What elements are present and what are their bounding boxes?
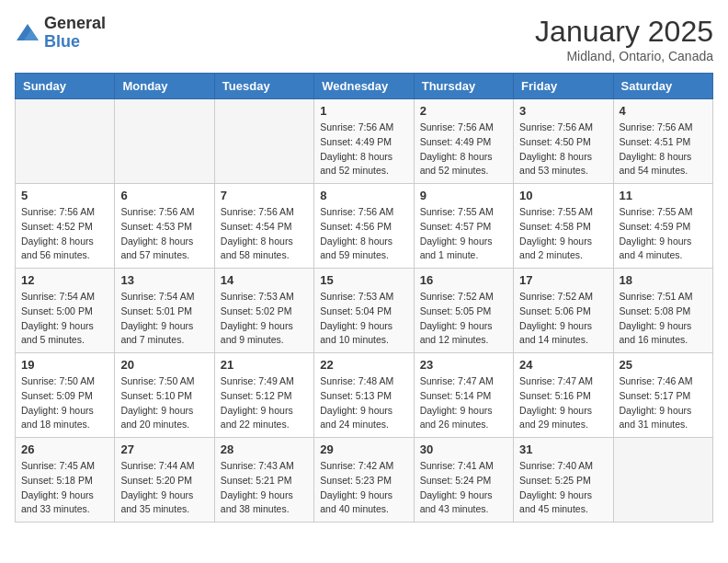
day-number: 7 bbox=[221, 189, 308, 202]
day-cell: 4Sunrise: 7:56 AMSunset: 4:51 PMDaylight… bbox=[613, 99, 712, 184]
day-info: Sunrise: 7:40 AMSunset: 5:25 PMDaylight:… bbox=[519, 459, 607, 517]
day-number: 21 bbox=[221, 358, 308, 372]
day-cell: 29Sunrise: 7:42 AMSunset: 5:23 PMDayligh… bbox=[314, 438, 414, 523]
day-cell bbox=[214, 99, 313, 184]
day-cell: 13Sunrise: 7:54 AMSunset: 5:01 PMDayligh… bbox=[115, 269, 214, 353]
day-info: Sunrise: 7:42 AMSunset: 5:23 PMDaylight:… bbox=[320, 459, 407, 517]
day-number: 31 bbox=[519, 442, 607, 456]
logo: General Blue bbox=[15, 15, 106, 52]
day-info: Sunrise: 7:56 AMSunset: 4:52 PMDaylight:… bbox=[21, 205, 108, 263]
day-info: Sunrise: 7:51 AMSunset: 5:08 PMDaylight:… bbox=[620, 290, 707, 348]
day-number: 1 bbox=[320, 104, 407, 118]
day-info: Sunrise: 7:56 AMSunset: 4:53 PMDaylight:… bbox=[120, 205, 208, 263]
day-info: Sunrise: 7:56 AMSunset: 4:54 PMDaylight:… bbox=[221, 205, 308, 263]
day-info: Sunrise: 7:54 AMSunset: 5:00 PMDaylight:… bbox=[21, 290, 108, 348]
logo-general-text: General bbox=[44, 14, 106, 32]
day-number: 28 bbox=[221, 442, 308, 456]
week-row-2: 5Sunrise: 7:56 AMSunset: 4:52 PMDaylight… bbox=[16, 184, 713, 269]
title-block: January 2025 Midland, Ontario, Canada bbox=[535, 15, 713, 63]
day-cell: 1Sunrise: 7:56 AMSunset: 4:49 PMDaylight… bbox=[314, 99, 414, 184]
weekday-header-sunday: Sunday bbox=[16, 74, 115, 99]
day-cell bbox=[613, 438, 712, 523]
day-info: Sunrise: 7:52 AMSunset: 5:06 PMDaylight:… bbox=[519, 290, 607, 348]
day-cell: 16Sunrise: 7:52 AMSunset: 5:05 PMDayligh… bbox=[414, 269, 513, 353]
day-number: 5 bbox=[21, 189, 108, 202]
weekday-header-thursday: Thursday bbox=[414, 74, 513, 99]
day-number: 19 bbox=[21, 358, 108, 372]
weekday-header-friday: Friday bbox=[514, 74, 613, 99]
day-cell: 24Sunrise: 7:47 AMSunset: 5:16 PMDayligh… bbox=[514, 353, 613, 438]
week-row-1: 1Sunrise: 7:56 AMSunset: 4:49 PMDaylight… bbox=[16, 99, 713, 184]
calendar-table: SundayMondayTuesdayWednesdayThursdayFrid… bbox=[15, 73, 713, 523]
day-info: Sunrise: 7:56 AMSunset: 4:50 PMDaylight:… bbox=[519, 121, 607, 178]
day-number: 2 bbox=[420, 104, 507, 118]
weekday-header-saturday: Saturday bbox=[613, 74, 712, 99]
day-number: 20 bbox=[120, 358, 208, 372]
day-cell bbox=[16, 99, 115, 184]
day-info: Sunrise: 7:56 AMSunset: 4:56 PMDaylight:… bbox=[320, 205, 407, 263]
day-cell: 23Sunrise: 7:47 AMSunset: 5:14 PMDayligh… bbox=[414, 353, 513, 438]
day-info: Sunrise: 7:56 AMSunset: 4:51 PMDaylight:… bbox=[620, 121, 707, 178]
weekday-header-tuesday: Tuesday bbox=[214, 74, 313, 99]
day-cell: 18Sunrise: 7:51 AMSunset: 5:08 PMDayligh… bbox=[613, 269, 712, 353]
day-info: Sunrise: 7:56 AMSunset: 4:49 PMDaylight:… bbox=[420, 121, 507, 178]
day-info: Sunrise: 7:54 AMSunset: 5:01 PMDaylight:… bbox=[120, 290, 208, 348]
day-info: Sunrise: 7:55 AMSunset: 4:59 PMDaylight:… bbox=[620, 205, 707, 263]
day-number: 9 bbox=[420, 189, 507, 202]
day-info: Sunrise: 7:48 AMSunset: 5:13 PMDaylight:… bbox=[320, 374, 407, 432]
day-cell: 15Sunrise: 7:53 AMSunset: 5:04 PMDayligh… bbox=[314, 269, 414, 353]
day-cell: 17Sunrise: 7:52 AMSunset: 5:06 PMDayligh… bbox=[514, 269, 613, 353]
day-cell: 28Sunrise: 7:43 AMSunset: 5:21 PMDayligh… bbox=[214, 438, 313, 523]
day-number: 4 bbox=[620, 104, 707, 118]
weekday-header-monday: Monday bbox=[115, 74, 214, 99]
day-cell: 7Sunrise: 7:56 AMSunset: 4:54 PMDaylight… bbox=[214, 184, 313, 269]
day-cell: 6Sunrise: 7:56 AMSunset: 4:53 PMDaylight… bbox=[115, 184, 214, 269]
day-cell: 8Sunrise: 7:56 AMSunset: 4:56 PMDaylight… bbox=[314, 184, 414, 269]
day-number: 27 bbox=[120, 442, 208, 456]
day-cell: 19Sunrise: 7:50 AMSunset: 5:09 PMDayligh… bbox=[16, 353, 115, 438]
day-info: Sunrise: 7:45 AMSunset: 5:18 PMDaylight:… bbox=[21, 459, 108, 517]
day-number: 8 bbox=[320, 189, 407, 202]
day-cell: 14Sunrise: 7:53 AMSunset: 5:02 PMDayligh… bbox=[214, 269, 313, 353]
day-info: Sunrise: 7:50 AMSunset: 5:10 PMDaylight:… bbox=[120, 374, 208, 432]
day-info: Sunrise: 7:55 AMSunset: 4:57 PMDaylight:… bbox=[420, 205, 507, 263]
day-info: Sunrise: 7:52 AMSunset: 5:05 PMDaylight:… bbox=[420, 290, 507, 348]
day-number: 18 bbox=[620, 273, 707, 287]
day-info: Sunrise: 7:49 AMSunset: 5:12 PMDaylight:… bbox=[221, 374, 308, 432]
day-number: 15 bbox=[320, 273, 407, 287]
day-info: Sunrise: 7:56 AMSunset: 4:49 PMDaylight:… bbox=[320, 121, 407, 178]
day-info: Sunrise: 7:43 AMSunset: 5:21 PMDaylight:… bbox=[221, 459, 308, 517]
day-number: 26 bbox=[21, 442, 108, 456]
day-number: 24 bbox=[519, 358, 607, 372]
day-cell: 10Sunrise: 7:55 AMSunset: 4:58 PMDayligh… bbox=[514, 184, 613, 269]
day-info: Sunrise: 7:53 AMSunset: 5:02 PMDaylight:… bbox=[221, 290, 308, 348]
day-number: 14 bbox=[221, 273, 308, 287]
day-cell bbox=[115, 99, 214, 184]
logo-blue-text: Blue bbox=[44, 32, 80, 51]
day-cell: 9Sunrise: 7:55 AMSunset: 4:57 PMDaylight… bbox=[414, 184, 513, 269]
day-number: 12 bbox=[21, 273, 108, 287]
day-cell: 27Sunrise: 7:44 AMSunset: 5:20 PMDayligh… bbox=[115, 438, 214, 523]
day-cell: 30Sunrise: 7:41 AMSunset: 5:24 PMDayligh… bbox=[414, 438, 513, 523]
day-cell: 12Sunrise: 7:54 AMSunset: 5:00 PMDayligh… bbox=[16, 269, 115, 353]
day-number: 10 bbox=[519, 189, 607, 202]
day-cell: 26Sunrise: 7:45 AMSunset: 5:18 PMDayligh… bbox=[16, 438, 115, 523]
day-number: 13 bbox=[120, 273, 208, 287]
day-number: 6 bbox=[120, 189, 208, 202]
weekday-header-wednesday: Wednesday bbox=[314, 74, 414, 99]
day-cell: 25Sunrise: 7:46 AMSunset: 5:17 PMDayligh… bbox=[613, 353, 712, 438]
day-info: Sunrise: 7:50 AMSunset: 5:09 PMDaylight:… bbox=[21, 374, 108, 432]
location-text: Midland, Ontario, Canada bbox=[535, 49, 713, 63]
day-number: 23 bbox=[420, 358, 507, 372]
day-number: 29 bbox=[320, 442, 407, 456]
day-info: Sunrise: 7:55 AMSunset: 4:58 PMDaylight:… bbox=[519, 205, 607, 263]
day-cell: 22Sunrise: 7:48 AMSunset: 5:13 PMDayligh… bbox=[314, 353, 414, 438]
day-cell: 3Sunrise: 7:56 AMSunset: 4:50 PMDaylight… bbox=[514, 99, 613, 184]
week-row-3: 12Sunrise: 7:54 AMSunset: 5:00 PMDayligh… bbox=[16, 269, 713, 353]
logo-icon bbox=[15, 20, 40, 46]
day-cell: 20Sunrise: 7:50 AMSunset: 5:10 PMDayligh… bbox=[115, 353, 214, 438]
day-number: 3 bbox=[519, 104, 607, 118]
day-cell: 2Sunrise: 7:56 AMSunset: 4:49 PMDaylight… bbox=[414, 99, 513, 184]
day-number: 16 bbox=[420, 273, 507, 287]
week-row-4: 19Sunrise: 7:50 AMSunset: 5:09 PMDayligh… bbox=[16, 353, 713, 438]
